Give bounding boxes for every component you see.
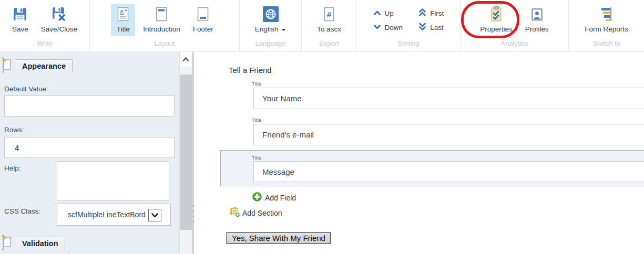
double-chevron-up-icon [418, 8, 426, 18]
chevron-down-icon [373, 24, 381, 31]
form-title[interactable]: Tell a Friend [229, 66, 272, 75]
properties-icon [489, 5, 503, 23]
save-button[interactable]: Save [7, 4, 33, 36]
form-reports-label: Form Reports [585, 25, 628, 33]
title-icon: A [116, 5, 130, 23]
group-label-language: Language [240, 39, 301, 51]
sort-down-button[interactable]: Down [373, 23, 403, 32]
group-label-write: Write [0, 39, 89, 51]
appearance-section-header[interactable]: Appearance [1, 57, 73, 75]
select-chevron-down-icon[interactable] [148, 209, 161, 221]
help-label: Help: [4, 164, 21, 172]
dropdown-caret-icon [281, 25, 286, 33]
message-field[interactable]: Message [253, 161, 644, 182]
language-dropdown-button[interactable]: English [250, 4, 291, 36]
sort-first-button[interactable]: First [418, 8, 444, 18]
properties-sidebar: Appearance Default Value: Rows: Help: CS… [0, 52, 179, 254]
add-section-notes-icon [229, 206, 241, 219]
sort-last-label: Last [430, 24, 444, 31]
group-label-layout: Layout [90, 39, 239, 51]
css-class-select[interactable]: scfMultipleLineTextBord [57, 204, 171, 226]
sidebar-scrollbar[interactable] [179, 52, 192, 254]
section-page-icon [1, 235, 12, 252]
field-title-label: Title [252, 117, 262, 123]
field-title-label: Title [252, 155, 262, 161]
footer-button[interactable]: Footer [188, 4, 218, 36]
save-close-label: Save/Close [41, 25, 77, 33]
friends-email-field-text: Friend's e-mail [262, 130, 314, 139]
your-name-field[interactable]: Your Name [253, 88, 644, 109]
footer-label: Footer [193, 25, 213, 33]
profiles-button[interactable]: Profiles [520, 4, 554, 36]
add-section-label: Add Section [242, 209, 282, 217]
css-class-label: CSS Class: [4, 207, 40, 215]
sort-first-label: First [430, 9, 444, 17]
message-field-text: Message [262, 167, 294, 176]
form-reports-icon [599, 5, 615, 23]
title-button[interactable]: A Title [111, 4, 135, 36]
validation-section-header[interactable]: Validation [1, 235, 65, 252]
friends-email-field[interactable]: Friend's e-mail [253, 124, 644, 145]
sort-last-button[interactable]: Last [418, 23, 444, 32]
group-label-analytics: Analytics [461, 39, 568, 51]
profiles-icon [530, 5, 544, 23]
appearance-section-title: Appearance [16, 59, 73, 72]
scrollbar-thumb[interactable] [180, 75, 192, 230]
add-field-button[interactable]: Add Field [252, 192, 296, 203]
ribbon-group-write: Save Save/Close Write [0, 0, 90, 51]
save-close-button[interactable]: Save/Close [36, 4, 82, 36]
to-ascx-label: To ascx [317, 25, 341, 33]
help-field[interactable] [57, 161, 169, 201]
share-button[interactable]: Yes, Share With My Friend [227, 232, 331, 244]
group-label-export: Export [302, 39, 356, 51]
your-name-field-text: Your Name [262, 94, 302, 103]
profiles-label: Profiles [525, 25, 549, 33]
group-label-sorting: Sorting [357, 39, 460, 51]
sort-down-label: Down [385, 24, 403, 31]
chevron-up-icon [373, 9, 381, 17]
to-ascx-button[interactable]: # To ascx [312, 4, 346, 36]
ribbon-group-switch-to: Form Reports Switch to [569, 0, 644, 51]
default-value-label: Default Value: [4, 85, 48, 93]
rows-label: Rows: [4, 126, 24, 134]
section-page-icon [1, 57, 12, 75]
add-field-label: Add Field [265, 194, 296, 202]
field-title-label: Title [252, 81, 262, 87]
ribbon-group-analytics: Properties Profiles Analytics [461, 0, 569, 51]
ascx-icon: # [322, 5, 336, 23]
ribbon-group-export: # To ascx Export [302, 0, 357, 51]
save-label: Save [12, 25, 28, 33]
introduction-icon [154, 5, 169, 23]
sort-up-label: Up [385, 9, 394, 17]
splitter-grip-icon [193, 205, 193, 222]
add-section-button[interactable]: Add Section [229, 206, 282, 219]
globe-icon [263, 5, 279, 23]
scroll-up-button[interactable] [180, 52, 192, 66]
ribbon-group-language: English Language [240, 0, 302, 51]
footer-icon [196, 5, 210, 23]
css-class-value: scfMultipleLineTextBord [68, 204, 150, 225]
title-label: Title [117, 25, 130, 33]
validation-section-title: Validation [16, 237, 65, 249]
properties-label: Properties [480, 25, 513, 33]
scroll-up-icon [182, 57, 190, 62]
language-label: English [255, 25, 278, 33]
default-value-field[interactable] [4, 96, 175, 117]
introduction-button[interactable]: Introduction [138, 4, 185, 36]
save-icon [12, 5, 28, 23]
group-label-switch-to: Switch to [569, 39, 644, 51]
sort-up-button[interactable]: Up [373, 8, 403, 18]
properties-button[interactable]: Properties [475, 4, 517, 36]
ribbon-group-sorting: Up First Down Last Sorting [357, 0, 461, 51]
add-field-plus-icon [252, 192, 262, 203]
rows-field[interactable] [4, 137, 175, 158]
form-designer-window: Save Save/Close Write A Title [0, 0, 644, 254]
double-chevron-down-icon [418, 23, 426, 32]
svg-text:#: # [327, 9, 332, 18]
introduction-label: Introduction [143, 25, 180, 33]
form-canvas: Tell a Friend Title Your Name Title Frie… [194, 52, 644, 254]
form-reports-button[interactable]: Form Reports [580, 4, 633, 36]
ribbon-toolbar: Save Save/Close Write A Title [0, 0, 644, 51]
save-close-icon [50, 5, 67, 23]
svg-text:A: A [120, 8, 124, 14]
